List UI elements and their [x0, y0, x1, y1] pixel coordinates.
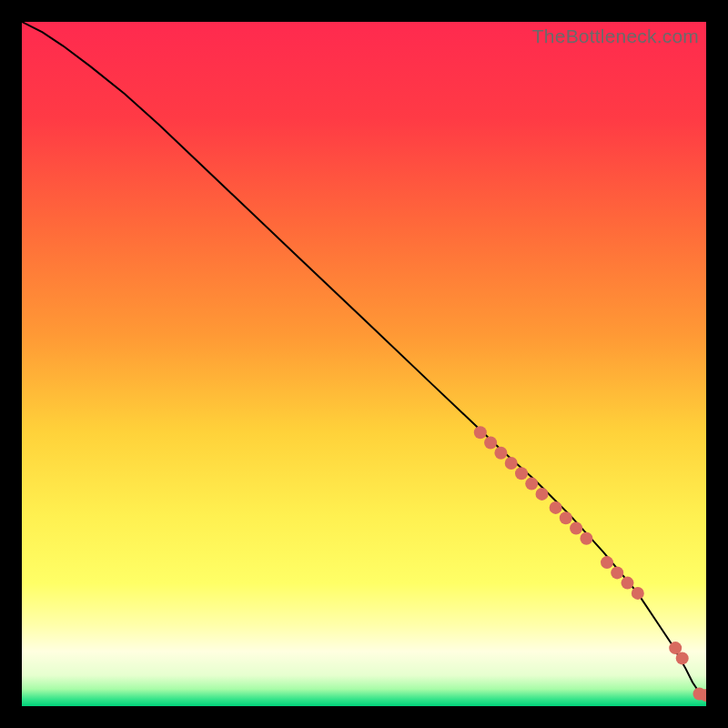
data-marker: [580, 532, 592, 545]
chart-stage: TheBottleneck.com: [0, 0, 728, 728]
data-marker: [622, 577, 634, 590]
data-marker: [484, 437, 497, 450]
data-marker: [676, 652, 689, 664]
data-marker: [611, 566, 623, 579]
data-marker: [550, 501, 562, 514]
data-marker: [474, 426, 487, 439]
data-marker: [515, 467, 528, 480]
data-marker: [505, 457, 518, 470]
data-marker: [560, 511, 572, 524]
curve-line: [22, 22, 706, 696]
data-marker: [601, 556, 613, 569]
plot-area: TheBottleneck.com: [22, 22, 706, 706]
marker-group: [474, 426, 706, 702]
data-marker: [494, 447, 507, 460]
data-marker: [632, 587, 644, 600]
data-marker: [525, 478, 538, 490]
data-marker: [570, 522, 582, 535]
chart-overlay: [22, 22, 706, 706]
data-marker: [536, 488, 549, 500]
